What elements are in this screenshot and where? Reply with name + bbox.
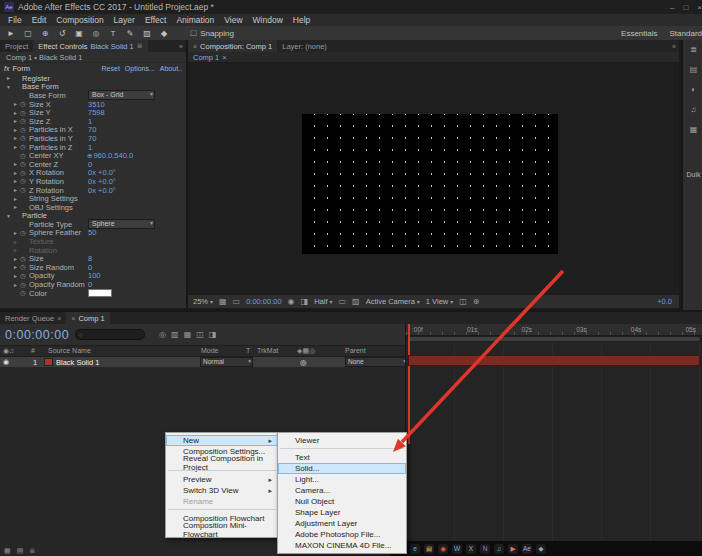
timeline-track-area[interactable]: :00f01s02s03s04s05s [405, 324, 702, 556]
time-ruler[interactable]: :00f01s02s03s04s05s [406, 324, 702, 336]
column-parent[interactable]: Parent [345, 347, 366, 354]
context-menu-item[interactable]: Rename [166, 496, 278, 507]
twirl-icon[interactable]: ► [13, 282, 20, 288]
layer-row[interactable]: ◉ 1 Black Solid 1 Normal ◎ None [0, 357, 405, 367]
tool-icon[interactable]: ▨ [142, 29, 152, 38]
taskbar-app-icon[interactable]: ▶ [508, 544, 518, 554]
column-index[interactable]: # [31, 347, 35, 354]
effect-property-row[interactable]: ► ◷ Opacity 100 [0, 272, 186, 281]
tool-icon[interactable]: ⊕ [40, 29, 50, 38]
twirl-icon[interactable]: ► [6, 75, 13, 81]
submenu-item[interactable]: MAXON CINEMA 4D File... [278, 540, 406, 551]
effect-property-row[interactable]: Base Form Box - Grid [0, 91, 186, 100]
property-value[interactable]: 960.0,540.0 [93, 151, 133, 160]
tool-icon[interactable]: ✎ [125, 29, 135, 38]
close-tab-icon[interactable]: × [57, 315, 61, 322]
timeline-toggle-icon[interactable]: ▤ [17, 547, 24, 555]
effect-property-row[interactable]: ► ◷ Particles in Z 1 [0, 143, 186, 152]
twirl-icon[interactable]: ► [13, 135, 20, 141]
property-value[interactable] [88, 289, 112, 297]
twirl-icon[interactable]: ► [13, 230, 20, 236]
menubar-item[interactable]: File [3, 15, 27, 25]
twirl-icon[interactable]: ► [13, 239, 20, 245]
twirl-icon[interactable]: ► [13, 144, 20, 150]
taskbar-app-icon[interactable]: ◆ [536, 544, 546, 554]
view-layout-dropdown[interactable]: 1 View ▾ [426, 297, 453, 306]
effect-property-row[interactable]: ► ◷ Z Rotation 0x +0.0° [0, 186, 186, 195]
menubar-item[interactable]: Composition [51, 15, 108, 25]
parent-dropdown[interactable]: None [345, 357, 408, 367]
context-menu-item[interactable]: New ▸ [166, 435, 278, 446]
property-value[interactable]: 0 [88, 280, 92, 289]
twirl-icon[interactable]: ► [13, 110, 20, 116]
maximize-button[interactable]: □ [683, 3, 688, 12]
close-viewer-tab-icon[interactable]: × [222, 53, 226, 62]
taskbar-app-icon[interactable]: ♫ [494, 544, 504, 554]
effect-property-row[interactable]: ► ◷ Size Random 0 [0, 263, 186, 272]
taskbar-app-icon[interactable]: ◉ [438, 544, 448, 554]
stopwatch-icon[interactable]: ◷ [20, 177, 29, 185]
dock-panel-icon[interactable]: ▦ [690, 125, 698, 134]
close-tab-icon[interactable]: × [193, 43, 197, 50]
twirl-icon[interactable]: ► [13, 204, 20, 210]
twirl-icon[interactable]: ► [13, 196, 20, 202]
close-tab-icon[interactable]: × [71, 315, 75, 322]
column-t[interactable]: T [246, 347, 250, 354]
effect-property-row[interactable]: ► ◷ Particles in X 70 [0, 126, 186, 135]
tab-composition[interactable]: × Composition: Comp 1 [188, 40, 277, 52]
effect-property-row[interactable]: ► ◷ Size X 3510 [0, 100, 186, 109]
effect-property-row[interactable]: Particle Type Sphere [0, 220, 186, 229]
menubar-item[interactable]: Help [288, 15, 315, 25]
channels-icon[interactable]: ◨ [301, 297, 309, 306]
stopwatch-icon[interactable]: ◷ [20, 229, 29, 237]
stopwatch-icon[interactable]: ◷ [20, 169, 29, 177]
eye-icon[interactable]: ◉ [3, 358, 9, 366]
property-value[interactable]: 0x +0.0° [88, 186, 116, 195]
property-value[interactable]: 50 [88, 228, 96, 237]
tool-icon[interactable]: ▢ [23, 29, 33, 38]
taskbar-app-icon[interactable]: X [466, 544, 476, 554]
timeline-toolbar-icon[interactable]: ▦ [184, 330, 192, 339]
workspace-tab[interactable]: Essentials [621, 29, 657, 38]
twirl-icon[interactable]: ▼ [6, 213, 13, 219]
duik-panel-tab[interactable]: Duik [686, 171, 700, 178]
about-link[interactable]: About.. [160, 65, 182, 72]
context-menu-item[interactable] [168, 509, 276, 510]
menubar-item[interactable]: Layer [109, 15, 140, 25]
transparency-grid-icon[interactable]: ▨ [352, 297, 360, 306]
twirl-icon[interactable]: ► [13, 118, 20, 124]
effect-property-row[interactable]: ► ◷ X Rotation 0x +0.0° [0, 169, 186, 178]
context-menu-item[interactable]: Composition Mini-Flowchart [166, 524, 278, 535]
menubar-item[interactable]: Effect [140, 15, 172, 25]
stopwatch-icon[interactable]: ◷ [20, 289, 29, 297]
menubar-item[interactable]: Window [248, 15, 288, 25]
effect-property-row[interactable]: ► ◷ Size Z 1 [0, 117, 186, 126]
context-menu-item[interactable]: Reveal Composition in Project [166, 457, 278, 468]
twirl-icon[interactable]: ► [13, 170, 20, 176]
snapshot-icon[interactable]: ◉ [288, 297, 295, 306]
menubar-item[interactable]: Edit [27, 15, 52, 25]
fx-badge-icon[interactable]: fx [4, 65, 9, 72]
effect-property-row[interactable]: ► Register [0, 74, 186, 83]
effect-property-row[interactable]: ► ◷ Size Y 7598 [0, 108, 186, 117]
effect-property-row[interactable]: ► ◷ Sphere Feather 50 [0, 229, 186, 238]
twirl-icon[interactable]: ► [13, 101, 20, 107]
stopwatch-icon[interactable]: ◷ [20, 160, 29, 168]
twirl-icon[interactable]: ► [13, 264, 20, 270]
submenu-item[interactable] [280, 448, 404, 449]
stopwatch-icon[interactable]: ◷ [20, 152, 29, 160]
tab-effect-controls[interactable]: Effect Controls Black Solid 1 ≣ [33, 40, 147, 52]
stopwatch-icon[interactable]: ◷ [20, 255, 29, 263]
mask-visibility-icon[interactable]: ▭ [233, 297, 241, 306]
resolution-dropdown[interactable]: Half ▾ [314, 297, 332, 306]
viewer-tab-comp1[interactable]: Comp 1 [193, 53, 219, 62]
property-value[interactable]: Box - Grid [88, 90, 155, 100]
twirl-icon[interactable]: ▼ [6, 84, 13, 90]
dock-panel-icon[interactable]: ◐ [691, 85, 696, 94]
timeline-toolbar-icon[interactable]: ◨ [209, 330, 217, 339]
tool-icon[interactable]: ► [6, 29, 16, 38]
layer-color-chip[interactable] [44, 358, 53, 366]
blend-mode-dropdown[interactable]: Normal [200, 357, 253, 367]
camera-dropdown[interactable]: Active Camera ▾ [366, 297, 420, 306]
effect-property-row[interactable]: ► ◷ Center Z 0 [0, 160, 186, 169]
